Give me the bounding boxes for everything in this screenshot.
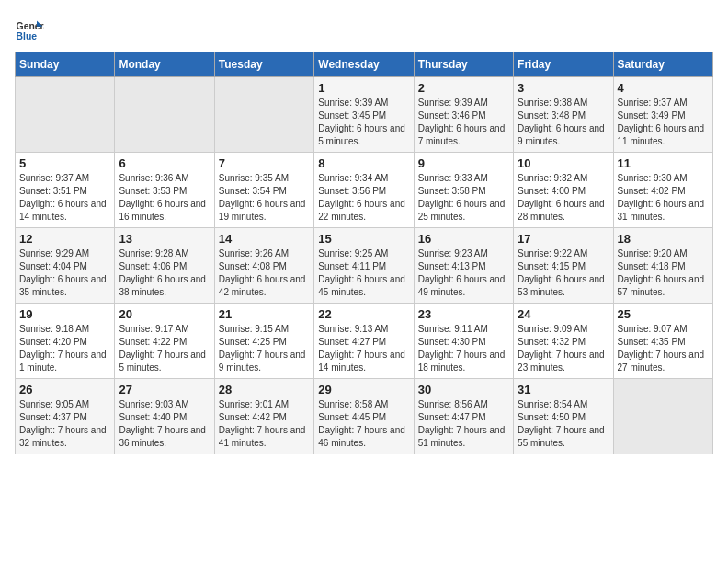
calendar-day-cell: 10Sunrise: 9:32 AMSunset: 4:00 PMDayligh…	[514, 153, 613, 228]
weekday-header-row: SundayMondayTuesdayWednesdayThursdayFrid…	[16, 52, 713, 77]
day-number: 25	[618, 307, 709, 321]
calendar-day-cell: 8Sunrise: 9:34 AMSunset: 3:56 PMDaylight…	[314, 153, 414, 228]
day-info: Sunrise: 9:22 AMSunset: 4:15 PMDaylight:…	[518, 247, 609, 299]
day-number: 11	[618, 156, 709, 170]
day-number: 14	[219, 232, 310, 246]
calendar-day-cell	[115, 77, 214, 153]
calendar-day-cell: 30Sunrise: 8:56 AMSunset: 4:47 PMDayligh…	[414, 379, 513, 454]
day-info: Sunrise: 9:17 AMSunset: 4:22 PMDaylight:…	[119, 323, 210, 374]
calendar-header: SundayMondayTuesdayWednesdayThursdayFrid…	[16, 52, 713, 77]
calendar-day-cell: 15Sunrise: 9:25 AMSunset: 4:11 PMDayligh…	[314, 228, 414, 304]
day-number: 30	[418, 383, 509, 396]
weekday-header-cell: Thursday	[414, 52, 513, 77]
calendar-day-cell	[613, 379, 712, 454]
day-info: Sunrise: 9:38 AMSunset: 3:48 PMDaylight:…	[518, 97, 609, 148]
calendar-day-cell: 29Sunrise: 8:58 AMSunset: 4:45 PMDayligh…	[314, 379, 414, 454]
day-number: 10	[518, 156, 609, 170]
day-number: 27	[119, 383, 210, 396]
day-info: Sunrise: 9:33 AMSunset: 3:58 PMDaylight:…	[418, 172, 509, 224]
day-info: Sunrise: 9:34 AMSunset: 3:56 PMDaylight:…	[318, 172, 409, 224]
day-number: 16	[418, 232, 509, 246]
day-number: 31	[518, 383, 609, 396]
day-number: 13	[119, 232, 210, 246]
calendar-day-cell	[16, 77, 115, 153]
calendar-day-cell: 22Sunrise: 9:13 AMSunset: 4:27 PMDayligh…	[314, 304, 414, 379]
day-number: 22	[318, 307, 409, 321]
day-info: Sunrise: 9:29 AMSunset: 4:04 PMDaylight:…	[19, 247, 110, 299]
calendar-week-row: 1Sunrise: 9:39 AMSunset: 3:45 PMDaylight…	[16, 77, 713, 153]
day-info: Sunrise: 9:26 AMSunset: 4:08 PMDaylight:…	[219, 247, 310, 299]
weekday-header-cell: Wednesday	[314, 52, 414, 77]
day-info: Sunrise: 9:05 AMSunset: 4:37 PMDaylight:…	[19, 398, 110, 450]
calendar-day-cell: 17Sunrise: 9:22 AMSunset: 4:15 PMDayligh…	[514, 228, 613, 304]
weekday-header-cell: Tuesday	[214, 52, 313, 77]
day-info: Sunrise: 8:56 AMSunset: 4:47 PMDaylight:…	[418, 398, 509, 450]
day-info: Sunrise: 9:15 AMSunset: 4:25 PMDaylight:…	[219, 323, 310, 374]
calendar-body: 1Sunrise: 9:39 AMSunset: 3:45 PMDaylight…	[16, 77, 713, 454]
day-number: 6	[119, 156, 210, 170]
day-info: Sunrise: 9:37 AMSunset: 3:51 PMDaylight:…	[19, 172, 110, 224]
day-info: Sunrise: 9:09 AMSunset: 4:32 PMDaylight:…	[518, 323, 609, 374]
day-number: 18	[618, 232, 709, 246]
day-number: 1	[318, 81, 409, 95]
day-info: Sunrise: 9:32 AMSunset: 4:00 PMDaylight:…	[518, 172, 609, 224]
calendar-day-cell: 9Sunrise: 9:33 AMSunset: 3:58 PMDaylight…	[414, 153, 513, 228]
calendar-day-cell: 16Sunrise: 9:23 AMSunset: 4:13 PMDayligh…	[414, 228, 513, 304]
calendar-week-row: 26Sunrise: 9:05 AMSunset: 4:37 PMDayligh…	[16, 379, 713, 454]
calendar-day-cell: 20Sunrise: 9:17 AMSunset: 4:22 PMDayligh…	[115, 304, 214, 379]
calendar-week-row: 19Sunrise: 9:18 AMSunset: 4:20 PMDayligh…	[16, 304, 713, 379]
calendar-day-cell: 6Sunrise: 9:36 AMSunset: 3:53 PMDaylight…	[115, 153, 214, 228]
day-info: Sunrise: 9:36 AMSunset: 3:53 PMDaylight:…	[119, 172, 210, 224]
calendar-day-cell: 31Sunrise: 8:54 AMSunset: 4:50 PMDayligh…	[514, 379, 613, 454]
weekday-header-cell: Sunday	[16, 52, 115, 77]
day-info: Sunrise: 9:39 AMSunset: 3:45 PMDaylight:…	[318, 97, 409, 148]
day-number: 23	[418, 307, 509, 321]
day-info: Sunrise: 9:07 AMSunset: 4:35 PMDaylight:…	[618, 323, 709, 374]
day-info: Sunrise: 9:28 AMSunset: 4:06 PMDaylight:…	[119, 247, 210, 299]
calendar-week-row: 12Sunrise: 9:29 AMSunset: 4:04 PMDayligh…	[16, 228, 713, 304]
day-number: 12	[19, 232, 110, 246]
calendar-day-cell: 18Sunrise: 9:20 AMSunset: 4:18 PMDayligh…	[613, 228, 712, 304]
day-number: 28	[219, 383, 310, 396]
logo-icon: General Blue	[15, 15, 44, 44]
calendar-day-cell: 7Sunrise: 9:35 AMSunset: 3:54 PMDaylight…	[214, 153, 313, 228]
page-header: General Blue	[15, 15, 713, 44]
calendar-day-cell: 19Sunrise: 9:18 AMSunset: 4:20 PMDayligh…	[16, 304, 115, 379]
calendar-day-cell: 14Sunrise: 9:26 AMSunset: 4:08 PMDayligh…	[214, 228, 313, 304]
day-number: 3	[518, 81, 609, 95]
calendar-day-cell: 27Sunrise: 9:03 AMSunset: 4:40 PMDayligh…	[115, 379, 214, 454]
day-info: Sunrise: 9:20 AMSunset: 4:18 PMDaylight:…	[618, 247, 709, 299]
day-number: 24	[518, 307, 609, 321]
calendar-day-cell: 28Sunrise: 9:01 AMSunset: 4:42 PMDayligh…	[214, 379, 313, 454]
calendar-day-cell: 5Sunrise: 9:37 AMSunset: 3:51 PMDaylight…	[16, 153, 115, 228]
calendar-day-cell: 3Sunrise: 9:38 AMSunset: 3:48 PMDaylight…	[514, 77, 613, 153]
calendar-day-cell: 23Sunrise: 9:11 AMSunset: 4:30 PMDayligh…	[414, 304, 513, 379]
day-number: 21	[219, 307, 310, 321]
calendar-day-cell	[214, 77, 313, 153]
day-info: Sunrise: 8:58 AMSunset: 4:45 PMDaylight:…	[318, 398, 409, 450]
svg-text:Blue: Blue	[17, 31, 38, 41]
day-number: 8	[318, 156, 409, 170]
logo: General Blue	[15, 15, 44, 44]
day-info: Sunrise: 9:11 AMSunset: 4:30 PMDaylight:…	[418, 323, 509, 374]
calendar-day-cell: 26Sunrise: 9:05 AMSunset: 4:37 PMDayligh…	[16, 379, 115, 454]
day-number: 19	[19, 307, 110, 321]
calendar-day-cell: 13Sunrise: 9:28 AMSunset: 4:06 PMDayligh…	[115, 228, 214, 304]
day-number: 29	[318, 383, 409, 396]
day-number: 15	[318, 232, 409, 246]
day-number: 2	[418, 81, 509, 95]
day-info: Sunrise: 9:13 AMSunset: 4:27 PMDaylight:…	[318, 323, 409, 374]
weekday-header-cell: Friday	[514, 52, 613, 77]
day-info: Sunrise: 9:01 AMSunset: 4:42 PMDaylight:…	[219, 398, 310, 450]
day-info: Sunrise: 9:30 AMSunset: 4:02 PMDaylight:…	[618, 172, 709, 224]
calendar-day-cell: 4Sunrise: 9:37 AMSunset: 3:49 PMDaylight…	[613, 77, 712, 153]
day-info: Sunrise: 9:37 AMSunset: 3:49 PMDaylight:…	[618, 97, 709, 148]
calendar-table: SundayMondayTuesdayWednesdayThursdayFrid…	[15, 52, 713, 454]
calendar-day-cell: 12Sunrise: 9:29 AMSunset: 4:04 PMDayligh…	[16, 228, 115, 304]
day-number: 4	[618, 81, 709, 95]
day-info: Sunrise: 9:39 AMSunset: 3:46 PMDaylight:…	[418, 97, 509, 148]
calendar-day-cell: 25Sunrise: 9:07 AMSunset: 4:35 PMDayligh…	[613, 304, 712, 379]
calendar-day-cell: 24Sunrise: 9:09 AMSunset: 4:32 PMDayligh…	[514, 304, 613, 379]
day-number: 5	[19, 156, 110, 170]
weekday-header-cell: Saturday	[613, 52, 712, 77]
